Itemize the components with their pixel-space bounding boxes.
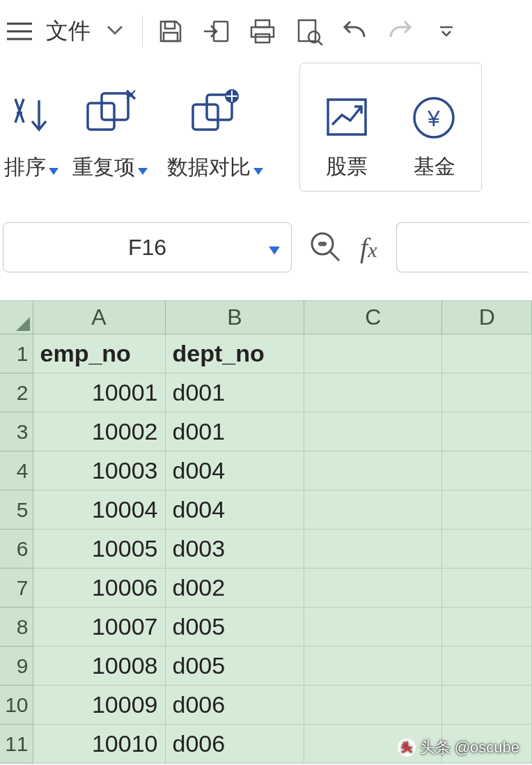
redo-icon[interactable] (382, 13, 418, 49)
cell[interactable] (304, 530, 442, 569)
cell[interactable]: 10007 (33, 608, 166, 647)
column-header[interactable]: A (33, 301, 166, 334)
svg-marker-23 (253, 168, 263, 175)
column-header[interactable]: C (304, 301, 442, 334)
cell[interactable] (304, 686, 442, 725)
table-row: 910008d005 (0, 647, 532, 686)
svg-marker-19 (138, 168, 148, 175)
table-row: 210001d001 (0, 373, 532, 412)
cell[interactable]: d004 (166, 490, 305, 530)
svg-marker-27 (269, 247, 280, 255)
cell[interactable] (304, 569, 442, 608)
cell[interactable] (442, 334, 532, 373)
fx-icon[interactable]: fx (360, 231, 377, 264)
cell[interactable]: d003 (166, 530, 305, 569)
cell[interactable] (442, 412, 532, 451)
cell[interactable] (304, 647, 442, 686)
file-menu[interactable]: 文件 (46, 16, 91, 47)
sort-label: 排序 (4, 153, 46, 182)
svg-marker-13 (49, 168, 58, 175)
more-dropdown-icon[interactable] (428, 13, 464, 49)
sort-button[interactable]: 排序 (0, 63, 63, 192)
row-header[interactable]: 5 (0, 490, 33, 530)
save-icon[interactable] (152, 13, 189, 49)
stock-button[interactable]: 股票 (303, 63, 391, 191)
chevron-down-icon[interactable] (106, 24, 124, 39)
row-header[interactable]: 1 (0, 334, 33, 373)
cell[interactable]: 10010 (33, 725, 166, 764)
cell[interactable]: d001 (166, 412, 305, 451)
data-compare-button[interactable]: 数据对比 (157, 63, 273, 192)
caret-down-icon[interactable] (269, 235, 280, 261)
select-all-corner[interactable] (0, 301, 33, 334)
stock-label: 股票 (326, 153, 368, 181)
find-icon[interactable]: = (308, 230, 343, 265)
cell[interactable]: 10003 (33, 451, 166, 490)
export-icon[interactable] (198, 13, 235, 49)
menu-icon[interactable] (6, 22, 33, 41)
cell[interactable] (304, 725, 442, 764)
cell[interactable] (304, 490, 442, 530)
table-row: 310002d001 (0, 412, 532, 451)
caret-down-icon (49, 156, 58, 180)
cell[interactable] (304, 334, 442, 373)
ribbon-finance-group: 股票 ¥ 基金 (299, 63, 482, 192)
fund-button[interactable]: ¥ 基金 (391, 63, 478, 191)
cell[interactable] (442, 569, 532, 608)
cell[interactable]: 10001 (33, 373, 166, 412)
print-icon[interactable] (244, 13, 281, 49)
cell[interactable]: d001 (166, 373, 305, 412)
row-header[interactable]: 10 (0, 686, 33, 725)
table-row: 1110010d006 (0, 725, 532, 764)
cell[interactable] (304, 451, 442, 490)
cell[interactable] (442, 647, 532, 686)
stock-icon (322, 80, 371, 140)
cell[interactable]: d006 (166, 725, 305, 764)
duplicates-button[interactable]: 重复项 (63, 63, 157, 192)
cell[interactable]: d005 (166, 647, 305, 686)
cell[interactable] (304, 373, 442, 412)
column-header[interactable]: D (442, 301, 532, 334)
fund-label: 基金 (414, 153, 455, 181)
cell[interactable]: 10004 (33, 490, 166, 530)
undo-icon[interactable] (336, 13, 373, 49)
print-preview-icon[interactable] (290, 13, 327, 49)
svg-rect-8 (256, 34, 269, 42)
cell[interactable]: 10009 (33, 686, 166, 725)
cell[interactable]: d006 (166, 686, 305, 725)
cell[interactable] (304, 608, 442, 647)
cell[interactable]: d005 (166, 608, 305, 647)
cell[interactable]: 10002 (33, 412, 166, 451)
row-header[interactable]: 6 (0, 530, 33, 569)
row-header[interactable]: 3 (0, 412, 33, 451)
cell[interactable] (442, 490, 532, 530)
cell[interactable] (442, 608, 532, 647)
column-header-row: A B C D (0, 301, 532, 334)
svg-line-11 (318, 40, 322, 45)
cell[interactable] (442, 725, 532, 764)
cell[interactable]: emp_no (33, 334, 166, 373)
cell[interactable]: d004 (166, 451, 305, 490)
cell[interactable]: 10006 (33, 569, 166, 608)
cell[interactable]: 10005 (33, 530, 166, 569)
row-header[interactable]: 2 (0, 373, 33, 412)
row-header[interactable]: 9 (0, 647, 33, 686)
cell[interactable] (442, 530, 532, 569)
cell[interactable]: 10008 (33, 647, 166, 686)
row-header[interactable]: 7 (0, 569, 33, 608)
cell[interactable] (442, 373, 532, 412)
cell[interactable]: dept_no (166, 334, 305, 373)
cell[interactable] (442, 451, 532, 490)
cell[interactable] (442, 686, 532, 725)
row-header[interactable]: 8 (0, 608, 33, 647)
spreadsheet-grid[interactable]: A B C D 1emp_nodept_no210001d001310002d0… (0, 300, 532, 764)
sort-icon (7, 81, 56, 141)
name-box[interactable]: F16 (3, 222, 292, 272)
column-header[interactable]: B (166, 301, 305, 334)
cell[interactable]: d002 (166, 569, 305, 608)
table-row: 1emp_nodept_no (0, 334, 532, 373)
formula-input[interactable] (396, 222, 529, 272)
row-header[interactable]: 11 (0, 725, 33, 764)
row-header[interactable]: 4 (0, 451, 33, 490)
cell[interactable] (304, 412, 442, 451)
